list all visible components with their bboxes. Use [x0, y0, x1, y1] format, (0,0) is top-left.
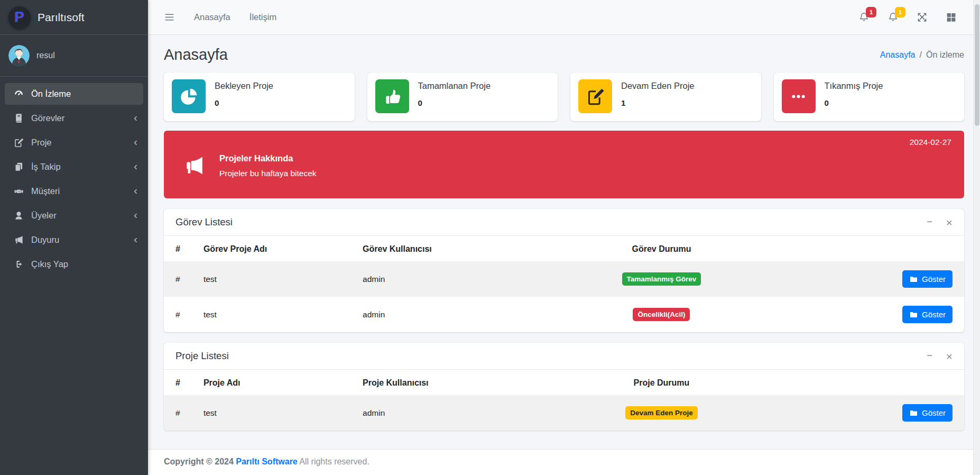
stat-value: 1 — [621, 98, 695, 107]
user-panel[interactable]: resul — [0, 35, 148, 77]
stat-card-tikanmis-proje: Tıkanmış Proje 0 — [774, 72, 965, 121]
bullhorn-icon — [11, 235, 26, 245]
stats-row: Bekleyen Proje 0 Tamamlanan Proje 0 — [164, 72, 964, 121]
stat-label: Tıkanmış Proje — [825, 81, 883, 91]
navbar-link-anasayfa[interactable]: Anasayfa — [194, 12, 230, 22]
stat-card-bekleyen-proje: Bekleyen Proje 0 — [164, 72, 355, 121]
task-panel-title: Görev Listesi — [175, 216, 233, 228]
ellipsis-icon — [782, 79, 816, 113]
hamburger-menu-icon[interactable] — [164, 12, 175, 23]
footer-rights: All rights reserved. — [299, 457, 369, 466]
project-panel-title: Proje Listesi — [175, 350, 229, 362]
navbar-link-iletisim[interactable]: İletişim — [249, 12, 276, 22]
show-button[interactable]: Göster — [902, 404, 953, 422]
book-icon — [11, 113, 26, 123]
edit-icon — [11, 138, 26, 148]
chevron-left-icon — [134, 138, 137, 148]
main-area: Anasayfa İletişim 1 1 Anasayfa Anasay — [148, 0, 980, 475]
table-row: # test admin Tamamlanmış Görev Göster — [164, 261, 964, 297]
gauge-icon — [11, 89, 26, 99]
collapse-icon[interactable] — [927, 217, 932, 228]
announcement-banner: Projeler Hakkında Projeler bu haftaya bi… — [164, 131, 964, 198]
collapse-icon[interactable] — [927, 351, 932, 362]
sidebar-item-cikis-yap[interactable]: Çıkış Yap — [5, 253, 143, 275]
alert-count-badge: 1 — [895, 7, 905, 17]
stat-label: Tamamlanan Proje — [418, 81, 491, 91]
task-project-name: test — [192, 261, 351, 297]
row-number: # — [164, 261, 192, 297]
stat-value: 0 — [215, 98, 273, 107]
show-button-label: Göster — [922, 275, 946, 284]
stat-label: Bekleyen Proje — [215, 81, 273, 91]
column-header — [812, 236, 964, 261]
sidebar-item-label: Üyeler — [31, 211, 57, 221]
stat-value: 0 — [825, 98, 883, 107]
task-user: admin — [351, 297, 510, 332]
row-number: # — [164, 395, 192, 431]
breadcrumb-separator: / — [920, 50, 922, 60]
sidebar-item-musteri[interactable]: Müşteri — [5, 180, 143, 202]
announcement-message: Projeler bu haftaya bitecek — [219, 169, 317, 178]
project-user: admin — [351, 395, 510, 431]
brand[interactable]: P Parıltısoft — [0, 0, 148, 35]
footer-brand-link[interactable]: Parıltı Software — [236, 457, 297, 466]
row-number: # — [164, 297, 192, 332]
stat-card-devam-eden-proje: Devam Eden Proje 1 — [570, 72, 761, 121]
status-badge: Devam Eden Proje — [625, 406, 698, 419]
task-table: # Görev Proje Adı Görev Kullanıcısı Göre… — [164, 236, 964, 332]
stat-label: Devam Eden Proje — [621, 81, 695, 91]
close-icon[interactable] — [946, 351, 953, 362]
notifications-bell-icon[interactable]: 1 — [858, 12, 870, 23]
show-button[interactable]: Göster — [902, 270, 953, 288]
sidebar-item-label: İş Takip — [31, 162, 61, 172]
sidebar-nav: Ön İzleme Görevler Proje İş Takip — [0, 77, 148, 475]
sidebar-item-label: Proje — [31, 138, 52, 148]
footer-copyright: Copyright © 2024 — [164, 457, 234, 466]
sidebar-item-gorevler[interactable]: Görevler — [5, 107, 143, 129]
footer: Copyright © 2024 Parıltı Software All ri… — [148, 449, 980, 475]
notification-count-badge: 1 — [866, 7, 876, 17]
chevron-left-icon — [134, 186, 137, 196]
status-badge: Öncelikli(Acil) — [633, 308, 690, 321]
folder-icon — [909, 409, 918, 417]
sidebar-item-on-izleme[interactable]: Ön İzleme — [5, 83, 143, 105]
fullscreen-icon[interactable] — [917, 12, 928, 23]
page-title: Anasayfa — [164, 46, 228, 63]
sidebar-item-label: Görevler — [31, 113, 64, 123]
show-button[interactable]: Göster — [902, 306, 953, 323]
column-header: Proje Durumu — [511, 370, 813, 395]
sidebar-item-uyeler[interactable]: Üyeler — [5, 205, 143, 226]
breadcrumb-home-link[interactable]: Anasayfa — [880, 50, 916, 60]
stat-value: 0 — [418, 98, 491, 107]
chevron-left-icon — [134, 162, 137, 172]
user-name: resul — [36, 51, 55, 60]
sidebar-item-duyuru[interactable]: Duyuru — [5, 229, 143, 251]
sidebar-item-proje[interactable]: Proje — [5, 132, 143, 153]
announcement-title: Projeler Hakkında — [219, 153, 317, 163]
alerts-bell-icon[interactable]: 1 — [887, 12, 899, 23]
grid-menu-icon[interactable] — [946, 12, 957, 23]
table-row: # test admin Öncelikli(Acil) Göster — [164, 297, 964, 332]
sidebar-item-label: Müşteri — [31, 186, 60, 196]
stat-card-tamamlanan-proje: Tamamlanan Proje 0 — [367, 72, 558, 121]
table-row: # test admin Devam Eden Proje Göster — [164, 395, 964, 431]
folder-icon — [909, 275, 918, 284]
content: Anasayfa Anasayfa / Ön izleme Bekleyen P… — [148, 35, 980, 449]
handshake-icon — [11, 186, 26, 196]
brand-name: Parıltısoft — [38, 11, 85, 24]
column-header: # — [164, 236, 192, 261]
status-badge: Tamamlanmış Görev — [622, 272, 701, 286]
task-list-panel: Görev Listesi # Görev Proje Adı Görev Ku… — [164, 209, 964, 332]
column-header: Görev Proje Adı — [192, 236, 351, 261]
brand-logo-icon: P — [8, 6, 31, 29]
page-scrollbar[interactable] — [973, 0, 980, 475]
copy-icon — [11, 162, 26, 172]
folder-icon — [909, 310, 918, 319]
column-header — [812, 370, 964, 395]
close-icon[interactable] — [946, 217, 953, 228]
sidebar-item-is-takip[interactable]: İş Takip — [5, 156, 143, 178]
scrollbar-thumb[interactable] — [975, 4, 979, 126]
announcement-date: 2024-02-27 — [910, 138, 951, 147]
project-list-panel: Proje Listesi # Proje Adı Proje Kullanıc… — [164, 343, 964, 431]
task-user: admin — [351, 261, 510, 297]
